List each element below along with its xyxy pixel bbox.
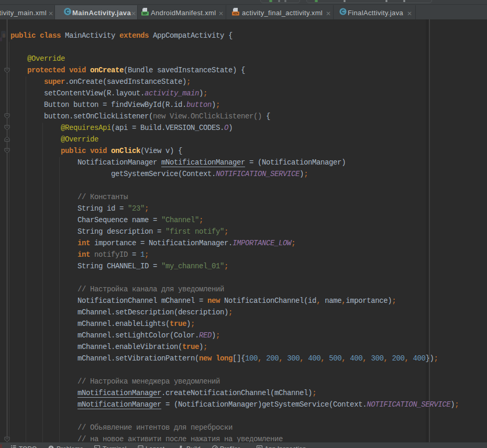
- svg-text:MF: MF: [142, 12, 147, 15]
- svg-text:</>: </>: [233, 12, 238, 15]
